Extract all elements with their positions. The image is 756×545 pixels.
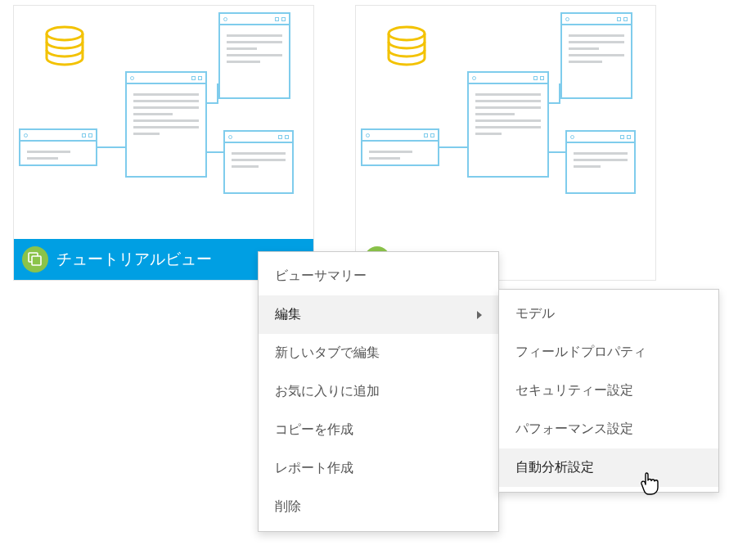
submenu-item-field-properties[interactable]: フィールドプロパティ bbox=[499, 333, 718, 372]
menu-item-label: お気に入りに追加 bbox=[275, 383, 380, 400]
diagram-window-left bbox=[19, 128, 97, 166]
menu-item-delete[interactable]: 削除 bbox=[259, 488, 498, 526]
cursor-pointer-icon bbox=[640, 471, 661, 496]
menu-item-add-favorite[interactable]: お気に入りに追加 bbox=[259, 372, 498, 411]
menu-item-label: パフォーマンス設定 bbox=[515, 421, 633, 438]
menu-item-label: モデル bbox=[515, 305, 555, 322]
menu-item-edit[interactable]: 編集 bbox=[259, 295, 498, 334]
diagram-connector bbox=[207, 151, 223, 153]
menu-item-label: 削除 bbox=[275, 498, 301, 516]
diagram-connector bbox=[439, 146, 467, 148]
view-card-title: チュートリアルビュー bbox=[56, 249, 212, 270]
menu-item-label: 自動分析設定 bbox=[515, 459, 594, 476]
menu-item-label: セキュリティー設定 bbox=[515, 382, 633, 399]
view-icon bbox=[22, 246, 48, 272]
submenu-item-security-settings[interactable]: セキュリティー設定 bbox=[499, 372, 718, 410]
diagram-window-left bbox=[361, 128, 439, 166]
menu-item-label: 編集 bbox=[275, 306, 301, 323]
chevron-right-icon bbox=[477, 311, 482, 319]
menu-item-label: レポート作成 bbox=[275, 460, 353, 477]
diagram-window-bottom bbox=[565, 130, 636, 194]
diagram-window-top bbox=[218, 12, 290, 99]
menu-item-view-summary[interactable]: ビューサマリー bbox=[259, 257, 498, 295]
diagram-connector bbox=[97, 146, 125, 148]
diagram-window-bottom bbox=[223, 130, 294, 194]
menu-item-edit-new-tab[interactable]: 新しいタブで編集 bbox=[259, 334, 498, 372]
menu-item-label: 新しいタブで編集 bbox=[275, 345, 380, 362]
view-card-1[interactable]: チュートリアルビュー bbox=[13, 5, 314, 281]
edit-submenu: モデル フィールドプロパティ セキュリティー設定 パフォーマンス設定 自動分析設… bbox=[498, 289, 719, 493]
diagram-window-center bbox=[467, 71, 549, 178]
diagram-window-top bbox=[560, 12, 632, 99]
submenu-item-performance-settings[interactable]: パフォーマンス設定 bbox=[499, 410, 718, 448]
diagram-connector bbox=[559, 83, 560, 104]
diagram-connector bbox=[217, 83, 218, 104]
submenu-item-model[interactable]: モデル bbox=[499, 295, 718, 333]
database-icon bbox=[42, 24, 88, 70]
view-card-2[interactable] bbox=[355, 5, 656, 281]
diagram-window-center bbox=[125, 71, 207, 178]
database-icon bbox=[384, 24, 430, 70]
menu-item-label: コピーを作成 bbox=[275, 421, 353, 439]
context-menu: ビューサマリー 編集 新しいタブで編集 お気に入りに追加 コピーを作成 レポート… bbox=[258, 251, 499, 532]
view-thumbnail bbox=[356, 6, 655, 239]
menu-item-create-report[interactable]: レポート作成 bbox=[259, 449, 498, 488]
menu-item-copy[interactable]: コピーを作成 bbox=[259, 411, 498, 449]
svg-point-0 bbox=[47, 27, 83, 40]
svg-point-3 bbox=[389, 27, 425, 40]
svg-rect-2 bbox=[32, 256, 41, 265]
view-thumbnail bbox=[14, 6, 313, 239]
menu-item-label: ビューサマリー bbox=[275, 268, 367, 285]
menu-item-label: フィールドプロパティ bbox=[515, 344, 646, 361]
diagram-connector bbox=[549, 151, 565, 153]
submenu-item-auto-analysis-settings[interactable]: 自動分析設定 bbox=[499, 448, 718, 487]
